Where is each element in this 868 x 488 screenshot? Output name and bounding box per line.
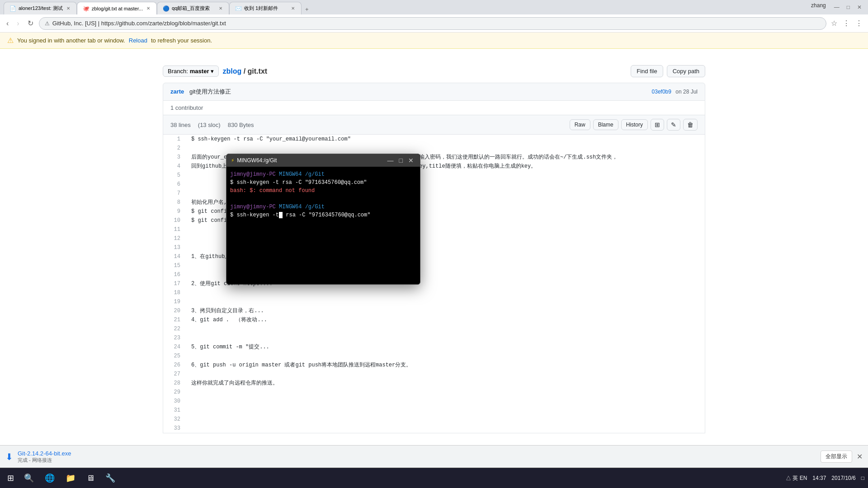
tab3-close[interactable]: ✕ xyxy=(218,5,223,12)
prompt2: jimny@jimny-PC xyxy=(230,204,276,210)
notification-icon[interactable]: □ xyxy=(861,475,864,481)
tab2-close[interactable]: ✕ xyxy=(146,5,151,12)
line-number-23: 23 xyxy=(163,333,186,343)
security-icon: ⚠ xyxy=(45,20,50,27)
extensions-icon[interactable]: ⋮ xyxy=(841,17,852,29)
line-content-31 xyxy=(186,406,705,415)
code-line-24: 24 5、git commit -m "提交... xyxy=(163,343,705,352)
taskbar: ⊞ 🔍 🌐 📁 🖥 🔧 △ 英 EN 14:37 2017/10/6 □ xyxy=(0,468,868,488)
tab1-title: aloner123/test: 测试 xyxy=(19,5,63,12)
terminal-titlebar: ⚡ MINGW64:/g/Git — □ ✕ xyxy=(226,154,420,167)
git-taskbar-icon: 🔧 xyxy=(105,473,115,483)
tab3-favicon: 🔵 xyxy=(163,5,169,12)
maximize-button[interactable]: □ xyxy=(844,2,853,12)
back-button[interactable]: ‹ xyxy=(4,18,11,29)
download-status: 完成 - 网络接连 xyxy=(18,457,816,464)
author-link[interactable]: zarte xyxy=(170,88,184,95)
code-line-28: 28 这样你就完成了向远程仓库的推送。 xyxy=(163,379,705,388)
browser-tab-1[interactable]: 📄 aloner123/test: 测试 ✕ xyxy=(4,2,77,14)
line-number-22: 22 xyxy=(163,324,186,333)
download-bar: ⬇ Git-2.14.2-64-bit.exe 完成 - 网络接连 全部显示 ✕ xyxy=(0,445,868,468)
line-number-3: 3 xyxy=(163,153,186,162)
file-size: 830 Bytes xyxy=(228,122,254,128)
terminal-maximize-button[interactable]: □ xyxy=(397,157,405,164)
edit-icon[interactable]: ✎ xyxy=(667,119,680,131)
minimize-button[interactable]: — xyxy=(831,2,842,12)
address-bar[interactable]: ⚠ GitHub, Inc. [US] | https://github.com… xyxy=(39,17,826,30)
start-button[interactable]: ⊞ xyxy=(4,471,18,485)
line-number-18: 18 xyxy=(163,288,186,297)
commit-bar: zarte git使用方法修正 03ef0b9 on 28 Jul xyxy=(163,83,705,101)
line-content-22 xyxy=(186,324,705,333)
settings-icon[interactable]: ⋮ xyxy=(854,17,864,29)
line-number-27: 27 xyxy=(163,370,186,379)
breadcrumb-left: Branch: master ▾ zblog / git.txt xyxy=(163,66,267,77)
breadcrumb-bar: Branch: master ▾ zblog / git.txt Find fi… xyxy=(163,65,705,77)
breadcrumb: zblog / git.txt xyxy=(222,67,267,75)
download-close-button[interactable]: ✕ xyxy=(857,452,863,461)
files-icon: 📁 xyxy=(66,473,75,483)
line-content-29 xyxy=(186,388,705,397)
sloc-count: (13 sloc) xyxy=(198,122,221,128)
download-filename[interactable]: Git-2.14.2-64-bit.exe xyxy=(18,450,816,457)
line-number-31: 31 xyxy=(163,406,186,415)
new-tab-button[interactable]: + xyxy=(302,4,312,14)
line-number-25: 25 xyxy=(163,352,186,361)
line-content-25 xyxy=(186,352,705,361)
reload-link[interactable]: Reload xyxy=(129,37,147,44)
line-number-16: 16 xyxy=(163,270,186,279)
cmd1: $ ssh-keygen -t rsa -C "9716345760@qq.co… xyxy=(230,179,367,186)
tab2-favicon: 🐙 xyxy=(83,5,89,12)
terminal-window[interactable]: ⚡ MINGW64:/g/Git — □ ✕ jimny@jimny-PC MI… xyxy=(226,154,420,285)
code-line-22: 22 xyxy=(163,324,705,333)
line-content-21: 4、git add . （将改动... xyxy=(186,315,705,324)
repo-link[interactable]: zblog xyxy=(222,67,241,75)
history-button[interactable]: History xyxy=(621,119,648,130)
terminal-close-button[interactable]: ✕ xyxy=(406,157,415,164)
code-line-30: 30 xyxy=(163,397,705,406)
display-icon[interactable]: ⊞ xyxy=(651,119,664,131)
warning-suffix: to refresh your session. xyxy=(151,37,212,44)
tab1-close[interactable]: ✕ xyxy=(66,5,71,12)
raw-button[interactable]: Raw xyxy=(570,119,590,130)
show-all-downloads-button[interactable]: 全部显示 xyxy=(821,450,852,463)
taskbar-files[interactable]: 📁 xyxy=(61,471,80,485)
branch-name: master xyxy=(190,68,209,75)
copy-path-button[interactable]: Copy path xyxy=(667,65,705,77)
code-line-20: 20 3、拷贝到自定义目录，右... xyxy=(163,306,705,315)
search-taskbar-icon: 🔍 xyxy=(24,473,34,483)
blame-button[interactable]: Blame xyxy=(593,119,618,130)
browser-tab-4[interactable]: ✉️ 收到 1封新邮件 ✕ xyxy=(229,2,302,14)
commit-hash[interactable]: 03ef0b9 xyxy=(652,89,671,95)
contributor-count: 1 contributor xyxy=(170,104,203,111)
page-content: Branch: master ▾ zblog / git.txt Find fi… xyxy=(0,49,868,466)
line-number-7: 7 xyxy=(163,189,186,198)
browser-toolbar: ‹ › ↻ ⚠ GitHub, Inc. [US] | https://gith… xyxy=(0,14,868,33)
branch-selector[interactable]: Branch: master ▾ xyxy=(163,66,219,77)
tab4-favicon: ✉️ xyxy=(235,5,241,12)
taskbar-display[interactable]: 🖥 xyxy=(82,472,99,485)
refresh-button[interactable]: ↻ xyxy=(25,17,36,29)
line-number-11: 11 xyxy=(163,225,186,234)
line-number-4: 4 xyxy=(163,162,186,171)
tab4-close[interactable]: ✕ xyxy=(290,5,296,12)
forward-button[interactable]: › xyxy=(14,18,22,29)
line-content-30 xyxy=(186,397,705,406)
taskbar-git[interactable]: 🔧 xyxy=(101,471,120,485)
browser-tab-2[interactable]: 🐙 zblog/git.txt at master... ✕ xyxy=(77,2,157,14)
close-button[interactable]: ✕ xyxy=(854,2,864,12)
terminal-controls: — □ ✕ xyxy=(386,157,415,164)
code-line-26: 26 6、git push -u origin master 或者git pus… xyxy=(163,361,705,370)
browser-tab-3[interactable]: 🔵 qq邮箱_百度搜索 ✕ xyxy=(157,2,229,14)
taskbar-search[interactable]: 🔍 xyxy=(19,471,38,485)
bookmark-star-icon[interactable]: ☆ xyxy=(829,17,839,29)
line-content-24: 5、git commit -m "提交... xyxy=(186,343,705,352)
terminal-minimize-button[interactable]: — xyxy=(386,157,396,164)
delete-icon[interactable]: 🗑 xyxy=(683,119,698,131)
filename: git.txt xyxy=(248,67,268,75)
taskbar-cortana[interactable]: 🌐 xyxy=(40,471,59,485)
find-file-button[interactable]: Find file xyxy=(631,65,663,77)
line-number-6: 6 xyxy=(163,180,186,189)
line-number-13: 13 xyxy=(163,243,186,252)
code-line-25: 25 xyxy=(163,352,705,361)
